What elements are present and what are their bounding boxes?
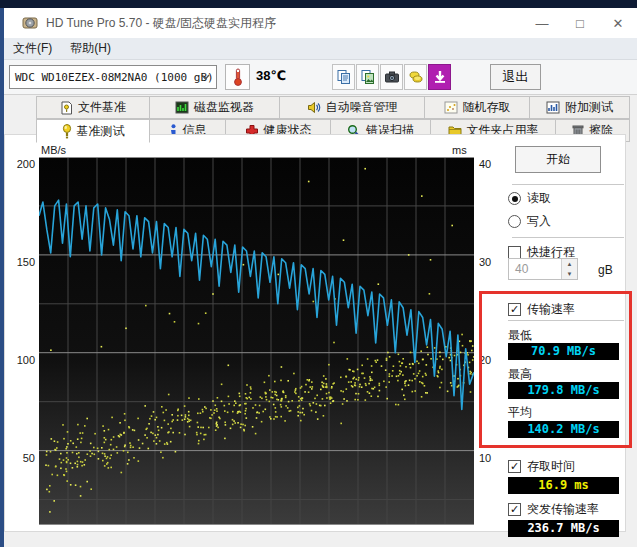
burst-rate-checkbox[interactable]: ✓	[508, 503, 521, 516]
copy-image-icon	[360, 69, 376, 85]
lightbulb-icon	[62, 124, 72, 139]
read-label: 读取	[527, 190, 551, 207]
exit-button[interactable]: 退出	[490, 64, 541, 90]
write-radio-row[interactable]: 写入	[508, 213, 551, 230]
ms-tick-40: 40	[479, 158, 503, 170]
access-time-display: 16.9 ms	[508, 477, 619, 494]
read-radio[interactable]	[508, 192, 521, 205]
benchmark-chart	[39, 157, 474, 525]
chevron-down-icon	[201, 74, 210, 80]
transfer-row[interactable]: ✓ 传输速率	[508, 301, 575, 318]
drive-selector[interactable]: WDC WD10EZEX-08M2NA0 (1000 gB)	[9, 65, 217, 89]
title-bar: HD Tune Pro 5.70 - 硬盘/固态硬盘实用程序 — □ ✕	[4, 8, 637, 38]
tab-label: 自动噪音管理	[326, 99, 398, 116]
y-tick-200: 200	[5, 158, 35, 170]
tab-extra-tests[interactable]: 附加测试	[530, 96, 630, 119]
shortstroke-value: 40	[509, 259, 561, 279]
transfer-label: 传输速率	[527, 301, 575, 318]
tab-row-upper: 文件基准 磁盘监视器 自动噪音管理	[36, 96, 630, 119]
camera-icon	[384, 69, 400, 85]
maximize-button[interactable]: □	[561, 8, 599, 38]
burst-rate-display: 236.7 MB/s	[508, 520, 619, 537]
drive-selector-value: WDC WD10EZEX-08M2NA0 (1000 gB)	[15, 71, 214, 84]
temperature-value: 38℃	[256, 68, 286, 83]
min-value-display: 70.9 MB/s	[508, 343, 619, 360]
thermometer-icon	[233, 68, 243, 86]
temperature-button[interactable]	[225, 64, 250, 90]
tab-label: 文件基准	[78, 99, 126, 116]
copy-image-button[interactable]	[356, 64, 379, 90]
max-value-display: 179.8 MB/s	[508, 382, 619, 399]
avg-value-display: 140.2 MB/s	[508, 421, 619, 438]
camera-button[interactable]	[380, 64, 403, 90]
check-update-button[interactable]	[428, 64, 451, 90]
tab-aam[interactable]: 自动噪音管理	[280, 96, 425, 119]
random-access-icon	[444, 101, 458, 114]
y-tick-50: 50	[5, 452, 35, 464]
separator	[512, 237, 624, 238]
menu-bar: 文件(F) 帮助(H)	[4, 38, 637, 60]
spinner-down-icon[interactable]: ▼	[562, 269, 577, 279]
gold-coins-icon	[408, 69, 424, 85]
left-axis-title: MB/s	[41, 144, 66, 156]
tab-label: 随机存取	[463, 99, 511, 116]
access-time-checkbox[interactable]: ✓	[508, 460, 521, 473]
access-time-label: 存取时间	[527, 458, 575, 475]
tab-label: 附加测试	[565, 99, 613, 116]
write-radio[interactable]	[508, 215, 521, 228]
menu-file[interactable]: 文件(F)	[4, 40, 61, 57]
toolbar: WDC WD10EZEX-08M2NA0 (1000 gB) 38℃	[4, 60, 637, 95]
min-label: 最低	[508, 327, 532, 344]
spinner-up-icon[interactable]: ▲	[562, 259, 577, 269]
avg-label: 平均	[508, 404, 532, 421]
close-button[interactable]: ✕	[599, 8, 637, 38]
desktop-edge-top	[0, 0, 637, 8]
shortstroke-unit: gB	[598, 263, 613, 277]
access-time-row[interactable]: ✓ 存取时间	[508, 458, 575, 475]
shortstroke-spinner[interactable]: 40 ▲▼	[508, 258, 578, 280]
extra-tests-icon	[546, 101, 560, 114]
read-radio-row[interactable]: 读取	[508, 190, 551, 207]
tab-file-benchmark[interactable]: 文件基准	[36, 96, 150, 119]
y-tick-100: 100	[5, 354, 35, 366]
ms-tick-20: 20	[479, 354, 503, 366]
download-arrow-icon	[433, 70, 447, 84]
disk-monitor-icon	[175, 101, 189, 114]
ms-tick-30: 30	[479, 256, 503, 268]
burst-rate-label: 突发传输速率	[527, 501, 599, 518]
tab-label: 基准测试	[77, 123, 125, 140]
tab-label: 磁盘监视器	[194, 99, 254, 116]
y-tick-150: 150	[5, 256, 35, 268]
separator	[508, 320, 624, 321]
copy-text-icon	[336, 69, 352, 85]
file-benchmark-icon	[60, 101, 73, 115]
speaker-icon	[307, 101, 321, 114]
minimize-button[interactable]: —	[523, 8, 561, 38]
ms-tick-10: 10	[479, 452, 503, 464]
burst-rate-row[interactable]: ✓ 突发传输速率	[508, 501, 599, 518]
app-logo-icon	[22, 15, 38, 31]
tab-disk-monitor[interactable]: 磁盘监视器	[150, 96, 280, 119]
save-capture-button[interactable]	[404, 64, 427, 90]
screen: HD Tune Pro 5.70 - 硬盘/固态硬盘实用程序 — □ ✕ 文件(…	[0, 0, 637, 547]
right-axis-title: ms	[452, 144, 467, 156]
separator	[512, 184, 624, 185]
menu-help[interactable]: 帮助(H)	[61, 40, 120, 57]
write-label: 写入	[527, 213, 551, 230]
start-button[interactable]: 开始	[515, 146, 601, 173]
tab-benchmark[interactable]: 基准测试	[36, 119, 150, 143]
max-label: 最高	[508, 366, 532, 383]
window-title: HD Tune Pro 5.70 - 硬盘/固态硬盘实用程序	[46, 15, 276, 32]
tab-random-access[interactable]: 随机存取	[425, 96, 530, 119]
transfer-checkbox[interactable]: ✓	[508, 303, 521, 316]
copy-text-button[interactable]	[332, 64, 355, 90]
